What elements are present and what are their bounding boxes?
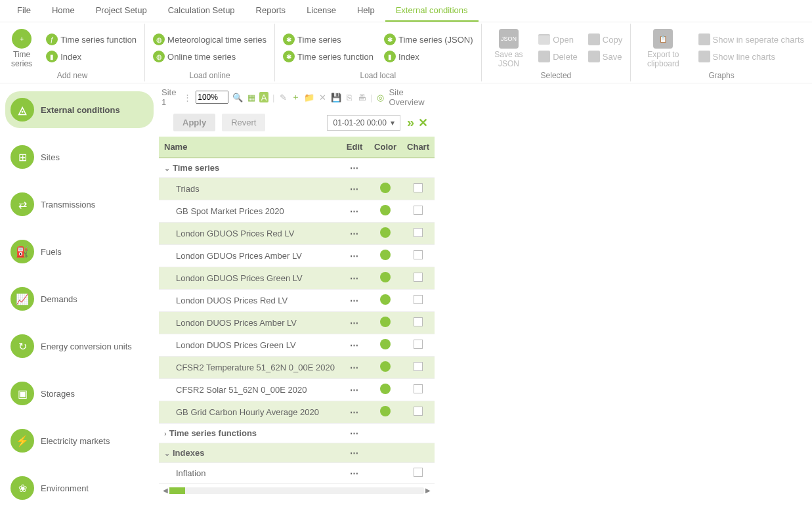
table-group-row[interactable]: ›Time series functions⋯ bbox=[159, 424, 435, 443]
menu-item-external-conditions[interactable]: External conditions bbox=[385, 0, 479, 22]
horizontal-scrollbar[interactable]: ◀ ▶ bbox=[159, 484, 435, 497]
load-local-time-series-button[interactable]: ✱ Time series bbox=[280, 32, 376, 47]
menu-item-home[interactable]: Home bbox=[41, 0, 85, 22]
more-icon[interactable]: ⋯ bbox=[350, 206, 359, 216]
sidebar-item-transmissions[interactable]: ⇄ Transmissions bbox=[5, 186, 154, 223]
site-overview-label[interactable]: Site Overview bbox=[389, 87, 432, 107]
show-separate-charts-button[interactable]: Show in seperate charts bbox=[696, 32, 807, 47]
sidebar-item-storages[interactable]: ▣ Storages bbox=[5, 375, 154, 412]
more-icon[interactable]: ⋯ bbox=[350, 251, 359, 261]
open-button[interactable]: Open bbox=[536, 32, 580, 47]
chart-checkbox[interactable] bbox=[414, 317, 423, 326]
menu-item-calculation-setup[interactable]: Calculation Setup bbox=[158, 0, 246, 22]
fast-forward-button[interactable]: » bbox=[407, 115, 412, 130]
color-dot[interactable] bbox=[380, 294, 391, 305]
save-as-json-button[interactable]: JSON Save as JSON bbox=[487, 26, 531, 70]
more-icon[interactable]: ⋯ bbox=[350, 363, 359, 372]
load-local-index-button[interactable]: ▮ Index bbox=[381, 49, 476, 64]
col-color[interactable]: Color bbox=[369, 137, 402, 158]
sidebar-item-demands[interactable]: 📈 Demands bbox=[5, 280, 154, 317]
sidebar-item-ecu[interactable]: ↻ Energy conversion units bbox=[5, 328, 154, 365]
close-button[interactable]: ✕ bbox=[418, 116, 428, 130]
color-dot[interactable] bbox=[380, 250, 391, 260]
print-icon[interactable]: 🖶 bbox=[358, 92, 366, 102]
more-icon[interactable]: ⋯ bbox=[350, 428, 359, 438]
font-icon[interactable]: A bbox=[259, 92, 268, 102]
more-icon[interactable]: ⋯ bbox=[350, 385, 359, 395]
add-time-series-button[interactable]: + Time series bbox=[5, 26, 38, 70]
chart-checkbox[interactable] bbox=[414, 468, 423, 477]
overview-icon[interactable]: ◎ bbox=[376, 92, 385, 102]
delete-button[interactable]: Delete bbox=[536, 49, 580, 64]
save-button[interactable]: Save bbox=[586, 49, 625, 64]
menu-item-project-setup[interactable]: Project Setup bbox=[85, 0, 158, 22]
zoom-in-icon[interactable]: 🔍 bbox=[232, 92, 243, 102]
sidebar-item-fuels[interactable]: ⛽ Fuels bbox=[5, 233, 154, 270]
close-icon[interactable]: ✕ bbox=[318, 92, 327, 102]
add-index-button[interactable]: ▮ Index bbox=[43, 49, 139, 64]
more-icon[interactable]: ⋯ bbox=[350, 229, 359, 238]
add-time-series-function-button[interactable]: ƒ Time series function bbox=[43, 32, 139, 47]
menu-item-file[interactable]: File bbox=[7, 0, 41, 22]
load-meteorological-button[interactable]: ◍ Meteorological time series bbox=[150, 32, 269, 47]
col-edit[interactable]: Edit bbox=[340, 137, 369, 158]
chart-checkbox[interactable] bbox=[414, 206, 423, 215]
more-icon[interactable]: ⋯ bbox=[350, 184, 359, 194]
color-dot[interactable] bbox=[380, 272, 391, 282]
more-icon[interactable]: ⋯ bbox=[350, 468, 359, 478]
sidebar-item-environment[interactable]: ❀ Environment bbox=[5, 470, 154, 506]
table-row[interactable]: London DUOS Prices Red LV⋯ bbox=[159, 290, 435, 312]
menu-item-help[interactable]: Help bbox=[347, 0, 385, 22]
table-row[interactable]: CFSR2 Temperature 51_62N 0_00E 2020⋯ bbox=[159, 357, 435, 379]
load-local-time-series-json-button[interactable]: ✱ Time series (JSON) bbox=[381, 32, 476, 47]
more-icon[interactable]: ⋯ bbox=[350, 273, 359, 283]
folder-icon[interactable]: 📁 bbox=[304, 92, 314, 102]
date-selector[interactable]: 01-01-20 00:00 ▾ bbox=[327, 115, 400, 131]
save-icon[interactable]: 💾 bbox=[331, 92, 341, 102]
show-line-charts-button[interactable]: Show line charts bbox=[696, 49, 807, 64]
more-icon[interactable]: ⋯ bbox=[350, 340, 359, 350]
table-row[interactable]: London GDUOS Prices Green LV⋯ bbox=[159, 267, 435, 290]
pencil-icon[interactable]: ✎ bbox=[279, 92, 288, 102]
sidebar-item-electricity-markets[interactable]: ⚡ Electricity markets bbox=[5, 422, 154, 459]
more-icon[interactable]: ⋯ bbox=[350, 296, 359, 305]
table-row[interactable]: London DUOS Prices Amber LV⋯ bbox=[159, 312, 435, 334]
chart-checkbox[interactable] bbox=[414, 228, 423, 237]
table-group-row[interactable]: ⌄Time series⋯ bbox=[159, 158, 435, 178]
color-dot[interactable] bbox=[380, 227, 391, 238]
table-row[interactable]: London GDUOS Prices Red LV⋯ bbox=[159, 223, 435, 245]
apply-button[interactable]: Apply bbox=[173, 114, 215, 131]
more-icon[interactable]: ⋯ bbox=[350, 448, 359, 458]
table-row[interactable]: Inflation⋯ bbox=[159, 463, 435, 484]
grid-icon[interactable]: ▦ bbox=[247, 92, 255, 102]
more-icon[interactable]: ⋯ bbox=[350, 318, 359, 328]
table-row[interactable]: GB Spot Market Prices 2020⋯ bbox=[159, 200, 435, 223]
menu-item-license[interactable]: License bbox=[296, 0, 347, 22]
load-online-time-series-button[interactable]: ◍ Online time series bbox=[150, 49, 269, 64]
load-local-time-series-function-button[interactable]: ✱ Time series function bbox=[280, 49, 376, 64]
more-icon[interactable]: ⋯ bbox=[350, 407, 359, 417]
chart-checkbox[interactable] bbox=[414, 295, 423, 304]
export-to-clipboard-button[interactable]: 📋 Export to clipboard bbox=[636, 26, 690, 70]
color-dot[interactable] bbox=[380, 361, 391, 372]
color-dot[interactable] bbox=[380, 384, 391, 394]
zoom-input[interactable] bbox=[196, 91, 228, 104]
scroll-track[interactable] bbox=[169, 487, 424, 494]
scroll-right-icon[interactable]: ▶ bbox=[425, 487, 431, 494]
color-dot[interactable] bbox=[380, 205, 391, 215]
chart-checkbox[interactable] bbox=[414, 407, 423, 416]
table-row[interactable]: Triads⋯ bbox=[159, 178, 435, 200]
chart-checkbox[interactable] bbox=[414, 183, 423, 192]
table-row[interactable]: London GDUOs Prices Amber LV⋯ bbox=[159, 245, 435, 267]
copy-icon[interactable]: ⎘ bbox=[345, 92, 354, 102]
revert-button[interactable]: Revert bbox=[222, 114, 265, 131]
sidebar-item-sites[interactable]: ⊞ Sites bbox=[5, 139, 154, 175]
chart-checkbox[interactable] bbox=[414, 384, 423, 393]
color-dot[interactable] bbox=[380, 317, 391, 327]
color-dot[interactable] bbox=[380, 183, 391, 193]
table-row[interactable]: London DUOS Prices Green LV⋯ bbox=[159, 334, 435, 357]
color-dot[interactable] bbox=[380, 406, 391, 416]
sidebar-item-external-conditions[interactable]: ◬ External conditions bbox=[5, 91, 154, 128]
color-dot[interactable] bbox=[380, 339, 391, 349]
col-name[interactable]: Name bbox=[159, 137, 340, 158]
